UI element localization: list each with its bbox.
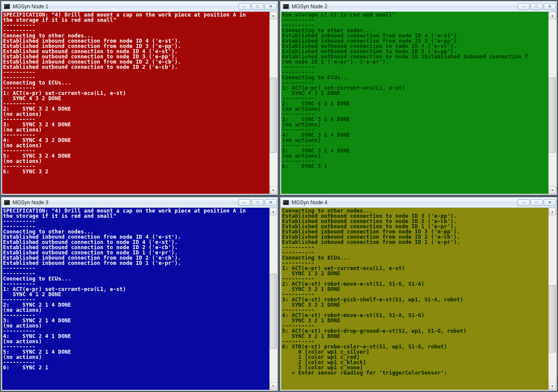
window-node1: MGSyn Node 1 ─ □ ✕ SPECIFICATION: "4) Dr…: [1, 1, 278, 195]
console-node2: the storage if it is red and small" ----…: [280, 12, 557, 195]
close-button[interactable]: ✕: [265, 199, 277, 206]
scroll-up-icon[interactable]: ▲: [549, 208, 556, 215]
window-controls: ─ □ ✕: [517, 199, 556, 206]
console-output: SPECIFICATION: "4) Drill and mount a cap…: [2, 12, 269, 194]
minimize-button[interactable]: ─: [238, 3, 251, 10]
scroll-thumb[interactable]: [549, 285, 556, 352]
console-output: Connecting to other nodes... Established…: [281, 208, 548, 390]
window-node3: MGSyn Node 3 ─ □ ✕ SPECIFICATION: "4) Dr…: [1, 197, 278, 391]
close-button[interactable]: ✕: [544, 3, 556, 10]
console-output: the storage if it is red and small" ----…: [281, 12, 548, 194]
window-controls: ─ □ ✕: [238, 199, 277, 206]
scroll-down-icon[interactable]: ▼: [270, 186, 277, 194]
minimize-button[interactable]: ─: [238, 199, 251, 206]
scroll-thumb[interactable]: [549, 78, 556, 153]
scrollbar[interactable]: ▲ ▼: [548, 208, 556, 390]
scroll-down-icon[interactable]: ▼: [549, 382, 556, 390]
cmd-icon: [4, 200, 10, 205]
window-title: MGSyn Node 3: [13, 199, 238, 206]
cmd-icon: [283, 4, 289, 9]
scroll-track[interactable]: [549, 19, 556, 186]
console-node1: SPECIFICATION: "4) Drill and mount a cap…: [1, 12, 278, 195]
window-controls: ─ □ ✕: [517, 3, 556, 10]
titlebar-node2[interactable]: MGSyn Node 2 ─ □ ✕: [280, 1, 557, 12]
window-controls: ─ □ ✕: [238, 3, 277, 10]
cmd-icon: [283, 200, 289, 205]
scroll-up-icon[interactable]: ▲: [549, 12, 556, 19]
scroll-thumb[interactable]: [270, 274, 277, 349]
scroll-track[interactable]: [270, 215, 277, 382]
maximize-button[interactable]: □: [252, 199, 264, 206]
maximize-button[interactable]: □: [252, 3, 264, 10]
scroll-down-icon[interactable]: ▼: [270, 382, 277, 390]
window-title: MGSyn Node 2: [292, 3, 517, 10]
windows-grid: MGSyn Node 1 ─ □ ✕ SPECIFICATION: "4) Dr…: [0, 0, 558, 392]
scroll-track[interactable]: [270, 19, 277, 186]
window-title: MGSyn Node 1: [13, 3, 238, 10]
console-output: SPECIFICATION: "4) Drill and mount a cap…: [2, 208, 269, 390]
window-title: MGSyn Node 4: [292, 199, 517, 206]
titlebar-node4[interactable]: MGSyn Node 4 ─ □ ✕: [280, 197, 557, 208]
maximize-button[interactable]: □: [531, 3, 543, 10]
cmd-icon: [4, 4, 10, 9]
scrollbar[interactable]: ▲ ▼: [269, 12, 277, 194]
minimize-button[interactable]: ─: [517, 3, 530, 10]
scroll-up-icon[interactable]: ▲: [270, 208, 277, 215]
close-button[interactable]: ✕: [544, 199, 556, 206]
window-node4: MGSyn Node 4 ─ □ ✕ Connecting to other n…: [280, 197, 557, 391]
scrollbar[interactable]: ▲ ▼: [269, 208, 277, 390]
scroll-thumb[interactable]: [270, 78, 277, 153]
console-node3: SPECIFICATION: "4) Drill and mount a cap…: [1, 208, 278, 391]
scroll-track[interactable]: [549, 215, 556, 382]
minimize-button[interactable]: ─: [517, 199, 530, 206]
titlebar-node3[interactable]: MGSyn Node 3 ─ □ ✕: [1, 197, 278, 208]
close-button[interactable]: ✕: [265, 3, 277, 10]
window-node2: MGSyn Node 2 ─ □ ✕ the storage if it is …: [280, 1, 557, 195]
maximize-button[interactable]: □: [531, 199, 543, 206]
titlebar-node1[interactable]: MGSyn Node 1 ─ □ ✕: [1, 1, 278, 12]
scroll-down-icon[interactable]: ▼: [549, 186, 556, 194]
scroll-up-icon[interactable]: ▲: [270, 12, 277, 19]
scrollbar[interactable]: ▲ ▼: [548, 12, 556, 194]
console-node4: Connecting to other nodes... Established…: [280, 208, 557, 391]
